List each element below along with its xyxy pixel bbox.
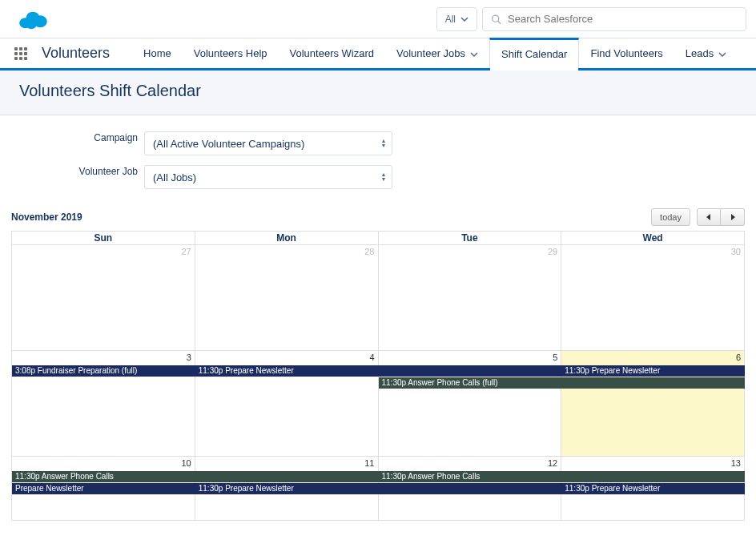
event-title: Answer Phone Calls (full) (408, 378, 497, 387)
calendar-day-number: 13 (731, 458, 741, 468)
search-input[interactable] (508, 13, 738, 25)
event-time: 11:30p (382, 472, 408, 481)
calendar-day-header: Tue (379, 231, 562, 245)
event-title: Prepare Newsletter (15, 484, 84, 493)
calendar-toolbar: November 2019 today (0, 205, 756, 231)
calendar-event[interactable]: 11:30p Answer Phone Calls (379, 471, 746, 482)
chevron-down-icon (718, 47, 726, 59)
job-value: (All Jobs) (153, 171, 196, 183)
search-scope-dropdown[interactable]: All (436, 7, 477, 31)
event-title: Fundraiser Preparation (full) (38, 366, 138, 375)
svg-point-3 (26, 19, 37, 28)
calendar-cell[interactable]: 29 (379, 245, 562, 351)
calendar-event[interactable]: 11:30p Prepare Newsletter (561, 365, 745, 377)
nav-item-find-volunteers[interactable]: Find Volunteers (579, 38, 674, 68)
nav-item-label: Find Volunteers (590, 47, 662, 59)
calendar-event[interactable]: 11:30p Answer Phone Calls (full) (379, 377, 746, 389)
job-label: Volunteer Job (72, 166, 138, 177)
nav-item-leads[interactable]: Leads (674, 38, 738, 68)
app-name: Volunteers (42, 45, 110, 62)
calendar-cell[interactable]: 30 (561, 245, 745, 351)
event-time: 11:30p (199, 484, 225, 493)
nav-item-volunteers-help[interactable]: Volunteers Help (183, 38, 279, 68)
calendar-event[interactable]: Prepare Newsletter (12, 483, 195, 494)
triangle-left-icon (706, 214, 712, 220)
nav-item-volunteer-jobs[interactable]: Volunteer Jobs (385, 38, 489, 68)
salesforce-logo-icon (16, 8, 50, 30)
event-title: Answer Phone Calls (42, 472, 114, 481)
calendar-event[interactable]: 11:30p Prepare Newsletter (195, 365, 562, 377)
calendar-day-number: 5 (553, 353, 557, 362)
event-time: 11:30p (199, 366, 225, 375)
page-title: Volunteers Shift Calendar (19, 82, 737, 100)
calendar-day-header: Mon (195, 231, 379, 245)
event-time: 11:30p (565, 484, 591, 493)
page-header: Volunteers Shift Calendar (0, 71, 756, 115)
calendar-day-number: 6 (736, 353, 741, 362)
nav-item-volunteers-wizard[interactable]: Volunteers Wizard (279, 38, 386, 68)
calendar-month-title: November 2019 (11, 212, 82, 223)
event-title: Prepare Newsletter (592, 366, 661, 375)
search-scope-label: All (445, 14, 456, 25)
nav-item-home[interactable]: Home (132, 38, 183, 68)
nav-item-shift-calendar[interactable]: Shift Calendar (489, 38, 579, 68)
calendar-day-number: 4 (369, 353, 374, 362)
nav-item-label: Volunteers Wizard (290, 47, 375, 59)
triangle-right-icon (730, 214, 736, 220)
svg-line-5 (498, 21, 501, 23)
chevron-down-icon (460, 17, 468, 22)
filters: Campaign (All Active Volunteer Campaigns… (0, 115, 756, 205)
calendar-day-number: 29 (548, 247, 557, 256)
event-title: Prepare Newsletter (225, 484, 294, 493)
calendar-day-number: 3 (187, 353, 191, 362)
campaign-select[interactable]: (All Active Volunteer Campaigns) ▴▾ (144, 131, 392, 155)
event-title: Answer Phone Calls (408, 472, 480, 481)
event-title: Prepare Newsletter (592, 484, 661, 493)
chevron-down-icon (470, 47, 478, 59)
calendar-day-number: 30 (731, 247, 741, 256)
calendar-day-number: 12 (548, 458, 557, 468)
svg-point-4 (493, 15, 499, 22)
calendar-event[interactable]: 11:30p Prepare Newsletter (561, 483, 745, 494)
search-icon (491, 14, 501, 25)
event-time: 11:30p (15, 472, 42, 481)
nav-item-label: Volunteers Help (194, 47, 267, 59)
event-time: 11:30p (565, 366, 591, 375)
nav-item-label: Volunteer Jobs (396, 47, 465, 59)
campaign-label: Campaign (72, 132, 138, 143)
campaign-value: (All Active Volunteer Campaigns) (153, 138, 304, 150)
today-button[interactable]: today (651, 208, 690, 226)
global-search[interactable] (482, 7, 746, 31)
calendar-event[interactable]: 11:30p Prepare Newsletter (195, 483, 562, 494)
next-button[interactable] (721, 208, 745, 226)
prev-button[interactable] (697, 208, 721, 226)
calendar-day-number: 27 (182, 247, 191, 256)
calendar-event[interactable]: 11:30p Answer Phone Calls (12, 471, 379, 482)
stepper-icon: ▴▾ (382, 139, 385, 148)
stepper-icon: ▴▾ (382, 172, 385, 182)
nav-item-label: Shift Calendar (501, 48, 567, 60)
calendar-day-header: Sun (12, 231, 195, 245)
event-time: 3:08p (15, 366, 38, 375)
global-header: All (0, 0, 756, 38)
event-time: 11:30p (382, 378, 408, 387)
job-select[interactable]: (All Jobs) ▴▾ (144, 165, 392, 189)
event-title: Prepare Newsletter (225, 366, 294, 375)
nav-item-label: Home (143, 47, 171, 59)
calendar-grid: SunMonTueWed 2728293034563:08p Fundraise… (11, 231, 745, 521)
calendar-day-number: 28 (364, 247, 374, 256)
calendar-cell[interactable]: 28 (195, 245, 379, 351)
app-launcher-icon[interactable] (14, 47, 27, 60)
context-nav: Volunteers HomeVolunteers HelpVolunteers… (0, 38, 756, 71)
calendar-day-header: Wed (561, 231, 745, 245)
calendar-day-number: 11 (364, 458, 374, 468)
calendar-day-number: 10 (182, 458, 191, 468)
nav-item-label: Leads (686, 47, 714, 59)
calendar-cell[interactable]: 27 (12, 245, 195, 351)
calendar-event[interactable]: 3:08p Fundraiser Preparation (full) (12, 365, 195, 377)
